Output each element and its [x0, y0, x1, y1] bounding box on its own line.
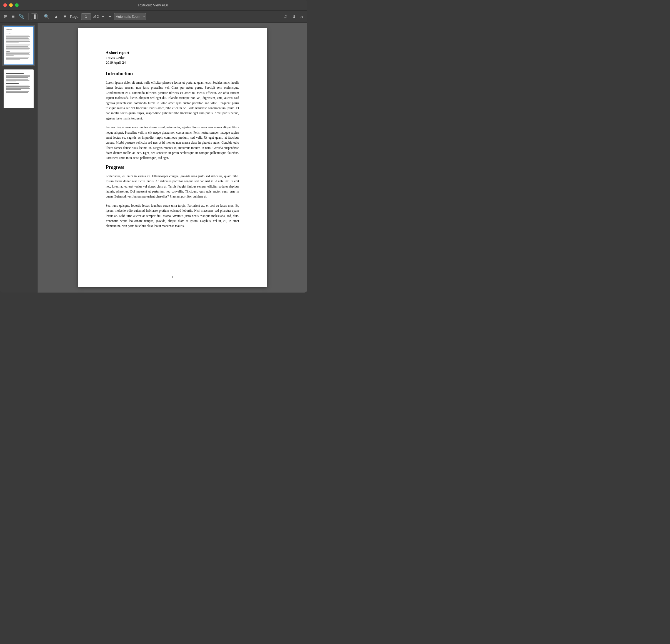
maximize-button[interactable] [15, 3, 18, 7]
page-number-input[interactable] [81, 13, 91, 20]
next-page-button[interactable]: ▼ [61, 13, 69, 20]
attachment-button[interactable]: 📎 [17, 13, 26, 20]
zoom-in-button[interactable]: + [107, 13, 113, 20]
download-button[interactable]: ⬇ [291, 13, 297, 20]
intro-paragraph-2: Sed nec leo, at maecenas montes vivamus … [106, 125, 239, 161]
window-title: RStudio: View PDF [138, 3, 169, 7]
print-button[interactable]: 🖨 [282, 13, 290, 20]
thumbnail-frame-2 [4, 69, 34, 108]
pdf-page-number: 1 [78, 275, 267, 279]
thumbnail-frame-1: A short report Travis Gerke 2019 April 2… [4, 26, 34, 65]
prev-page-button[interactable]: ▲ [52, 13, 60, 20]
toolbar: ⊞ ≡ 📎 ▐ 🔍 ▲ ▼ Page: of 2 − + Automatic Z… [0, 11, 307, 23]
separator-2 [40, 13, 40, 20]
sidebar-toggle-button[interactable]: ▐ [31, 13, 38, 20]
minimize-button[interactable] [9, 3, 13, 7]
page-label: Page: [70, 14, 79, 18]
search-button[interactable]: 🔍 [42, 13, 51, 20]
list-view-button[interactable]: ≡ [10, 13, 16, 20]
zoom-out-button[interactable]: − [100, 13, 106, 20]
total-pages: of 2 [93, 14, 99, 18]
close-button[interactable] [3, 3, 7, 7]
separator-1 [28, 13, 29, 20]
thumbnail-page-1[interactable]: A short report Travis Gerke 2019 April 2… [2, 25, 35, 66]
grid-view-button[interactable]: ⊞ [2, 13, 9, 20]
more-tools-button[interactable]: ›› [299, 13, 305, 20]
zoom-wrapper: Automatic Zoom 50% 75% 100% 125% 150% 20… [114, 13, 146, 20]
pdf-page-1: A short report Travis Gerke 2019 April 2… [78, 28, 267, 287]
pdf-viewer: A short report Travis Gerke 2019 April 2… [38, 23, 307, 293]
pdf-report-title: A short report [106, 51, 239, 55]
thumbnail-page-2[interactable] [2, 68, 35, 109]
page-controls: Page: of 2 [70, 13, 99, 20]
progress-paragraph-1: Scelerisque, eu enim in varius ex. Ullam… [106, 174, 239, 199]
titlebar: RStudio: View PDF [0, 0, 307, 11]
sidebar-toggle-icon: ▐ [33, 14, 36, 19]
section-heading-introduction: Introduction [106, 71, 239, 77]
zoom-select[interactable]: Automatic Zoom 50% 75% 100% 125% 150% 20… [114, 13, 146, 20]
traffic-lights [3, 3, 18, 7]
main-content: A short report Travis Gerke 2019 April 2… [0, 23, 307, 293]
progress-paragraph-2: Sed nunc quisque, lobortis lectus faucib… [106, 203, 239, 229]
intro-paragraph-1: Lorem ipsum dolor sit amet, nulla effici… [106, 80, 239, 121]
pdf-date: 2019 April 24 [106, 60, 239, 65]
pdf-author: Travis Gerke [106, 56, 239, 60]
section-heading-progress: Progress [106, 164, 239, 170]
thumbnails-sidebar: A short report Travis Gerke 2019 April 2… [0, 23, 38, 293]
